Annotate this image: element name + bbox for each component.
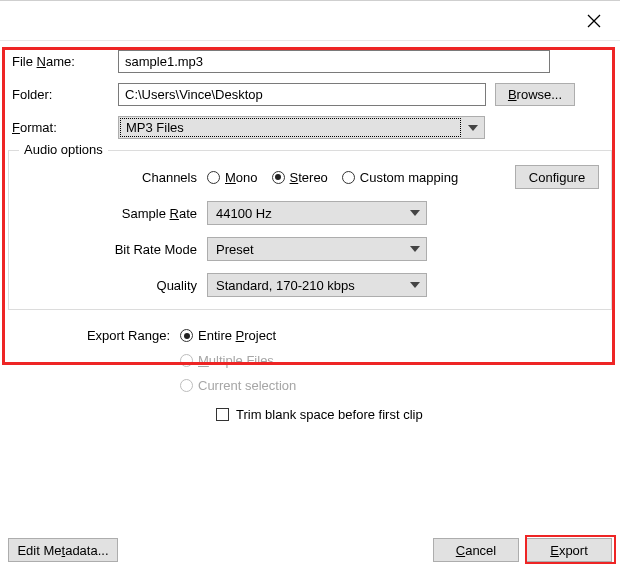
export-range-multiple-radio: Multiple Files (180, 353, 296, 368)
format-value: MP3 Files (120, 118, 461, 137)
browse-button[interactable]: Browse... (495, 83, 575, 106)
folder-label: Folder: (12, 87, 118, 102)
cancel-button[interactable]: Cancel (433, 538, 519, 562)
audio-options-legend: Audio options (19, 142, 108, 157)
channels-label: Channels (17, 170, 207, 185)
quality-select[interactable]: Standard, 170-210 kbps (207, 273, 427, 297)
channels-custom-radio[interactable]: Custom mapping (342, 170, 458, 185)
chevron-down-icon (408, 282, 420, 288)
bit-rate-mode-label: Bit Rate Mode (17, 242, 207, 257)
sample-rate-select[interactable]: 44100 Hz (207, 201, 427, 225)
format-label: Format: (12, 120, 118, 135)
edit-metadata-button[interactable]: Edit Metadata... (8, 538, 118, 562)
configure-button[interactable]: Configure (515, 165, 599, 189)
format-select[interactable]: MP3 Files (118, 116, 485, 139)
quality-value: Standard, 170-210 kbps (216, 278, 355, 293)
filename-label: File Name: (12, 54, 118, 69)
export-button[interactable]: Export (526, 538, 612, 562)
filename-input[interactable] (118, 50, 550, 73)
export-range-entire-radio[interactable]: Entire Project (180, 328, 296, 343)
bit-rate-mode-value: Preset (216, 242, 254, 257)
chevron-down-icon (462, 125, 484, 131)
titlebar (0, 1, 620, 41)
channels-mono-radio[interactable]: Mono (207, 170, 258, 185)
folder-input[interactable] (118, 83, 486, 106)
close-icon[interactable] (584, 11, 604, 31)
sample-rate-value: 44100 Hz (216, 206, 272, 221)
bit-rate-mode-select[interactable]: Preset (207, 237, 427, 261)
sample-rate-label: Sample Rate (17, 206, 207, 221)
dialog-content: File Name: Folder: Browse... Format: MP3… (0, 41, 620, 424)
chevron-down-icon (408, 246, 420, 252)
export-range-current-radio: Current selection (180, 378, 296, 393)
audio-options-group: Audio options Channels Mono Stereo Custo… (8, 150, 612, 310)
export-range-label: Export Range: (12, 328, 180, 393)
trim-blank-checkbox[interactable]: Trim blank space before first clip (216, 407, 423, 422)
quality-label: Quality (17, 278, 207, 293)
chevron-down-icon (408, 210, 420, 216)
channels-stereo-radio[interactable]: Stereo (272, 170, 328, 185)
